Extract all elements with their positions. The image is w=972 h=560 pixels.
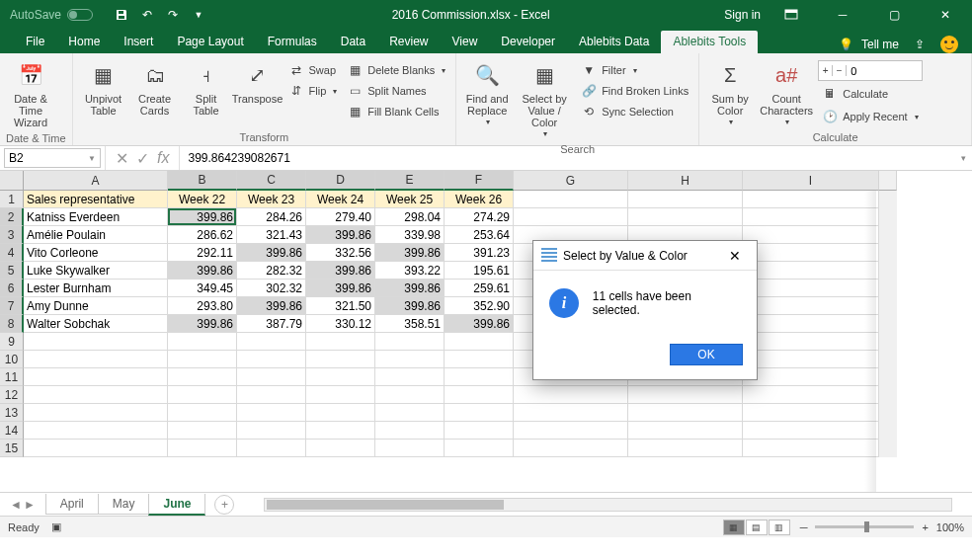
cell[interactable]: Week 26 [445,191,514,208]
cell[interactable] [24,368,168,386]
cell[interactable]: Sales representative [24,191,168,208]
cell[interactable] [743,404,879,422]
cell[interactable] [24,404,168,422]
cell[interactable]: 298.04 [375,208,445,226]
cell[interactable]: 399.86 [168,315,237,333]
cell[interactable] [628,386,743,404]
cell[interactable]: Amy Dunne [24,297,168,315]
row-header[interactable]: 8 [0,315,24,333]
cell[interactable]: 284.26 [237,208,306,226]
view-normal-icon[interactable]: ▦ [723,520,745,535]
value-stepper[interactable]: + − [818,60,922,81]
autosave-toggle[interactable]: AutoSave [0,8,103,22]
cell[interactable]: Amélie Poulain [24,226,168,244]
cell[interactable] [24,386,168,404]
cell[interactable]: 253.64 [445,226,514,244]
cell[interactable] [743,226,879,244]
cell[interactable]: Lester Burnham [24,280,168,297]
stepper-minus-icon[interactable]: − [833,65,847,76]
view-page-break-icon[interactable]: ▥ [769,520,790,535]
split-names-button[interactable]: ▭Split Names [343,81,449,101]
cell[interactable]: 387.79 [237,315,306,333]
stepper-input[interactable] [847,65,910,77]
tab-review[interactable]: Review [377,31,440,53]
stepper-plus-icon[interactable]: + [819,65,833,76]
tab-view[interactable]: View [441,31,490,53]
cell[interactable] [168,404,237,422]
cell[interactable] [24,351,168,368]
row-header[interactable]: 3 [0,226,24,244]
cell[interactable] [628,208,743,226]
sheet-tab-may[interactable]: May [98,494,150,515]
cell[interactable]: Luke Skywalker [24,262,168,280]
find-broken-links-button[interactable]: 🔗Find Broken Links [577,81,692,101]
cell[interactable]: Katniss Everdeen [24,208,168,226]
tab-data[interactable]: Data [329,31,377,53]
delete-blanks-button[interactable]: ▦Delete Blanks▾ [343,60,449,80]
cell[interactable]: 279.40 [306,208,375,226]
chevron-down-icon[interactable]: ▼ [88,154,96,163]
sheet-tab-april[interactable]: April [45,494,99,515]
cell[interactable]: 352.90 [445,297,514,315]
cell[interactable]: 259.61 [445,280,514,297]
cell[interactable] [743,315,879,333]
cell[interactable] [237,333,306,351]
tab-ablebits-data[interactable]: Ablebits Data [567,31,661,53]
row-header[interactable]: 10 [0,351,24,368]
filter-button[interactable]: ▼Filter▾ [577,60,692,80]
cell[interactable]: 399.86 [375,244,445,262]
view-page-layout-icon[interactable]: ▤ [746,520,768,535]
cell[interactable] [743,422,879,440]
ribbon-options-icon[interactable] [770,1,812,29]
row-header[interactable]: 11 [0,368,24,386]
cell[interactable] [743,386,879,404]
cell[interactable] [24,440,168,457]
cell[interactable] [306,368,375,386]
cell[interactable] [445,422,514,440]
cell[interactable] [743,262,879,280]
cell[interactable] [375,333,445,351]
cell[interactable]: 393.22 [375,262,445,280]
redo-icon[interactable]: ↷ [162,4,184,26]
macro-record-icon[interactable]: ▣ [51,520,61,533]
cell[interactable]: 399.86 [306,280,375,297]
fill-blank-button[interactable]: ▦Fill Blank Cells [343,102,449,121]
zoom-level[interactable]: 100% [936,521,964,533]
tab-page-layout[interactable]: Page Layout [165,31,255,53]
cell[interactable] [628,404,743,422]
cell[interactable] [743,368,879,386]
row-header[interactable]: 9 [0,333,24,351]
cell[interactable] [743,440,879,457]
column-header[interactable]: E [375,171,445,191]
tab-formulas[interactable]: Formulas [256,31,329,53]
horizontal-scrollbar[interactable] [264,498,952,512]
split-table-button[interactable]: ⫞Split Table [182,56,231,120]
cell[interactable]: 399.86 [375,280,445,297]
cell[interactable]: 330.12 [306,315,375,333]
cell[interactable] [306,351,375,368]
expand-formula-bar-icon[interactable]: ▾ [955,153,972,163]
tell-me[interactable]: Tell me [861,38,899,51]
cancel-formula-icon[interactable]: ✕ [116,149,128,168]
find-replace-button[interactable]: 🔍Find and Replace▾ [462,56,512,130]
cell[interactable] [168,333,237,351]
cell[interactable] [306,386,375,404]
cell[interactable]: 399.86 [375,297,445,315]
count-characters-button[interactable]: a#Count Characters▾ [757,56,816,130]
cell[interactable]: 399.86 [445,315,514,333]
sign-in-link[interactable]: Sign in [724,8,761,22]
cell[interactable]: 332.56 [306,244,375,262]
cell[interactable]: Vito Corleone [24,244,168,262]
cell[interactable] [237,440,306,457]
cell[interactable] [743,333,879,351]
cell[interactable]: Week 23 [237,191,306,208]
sheet-tab-june[interactable]: June [148,494,205,516]
cell[interactable]: 286.62 [168,226,237,244]
sync-selection-button[interactable]: ⟲Sync Selection [577,102,692,121]
qat-dropdown-icon[interactable]: ▼ [188,4,209,26]
cell[interactable] [514,191,628,208]
cell[interactable]: 399.86 [168,262,237,280]
create-cards-button[interactable]: 🗂Create Cards [130,56,180,120]
cell[interactable] [168,440,237,457]
unpivot-table-button[interactable]: ▦Unpivot Table [79,56,128,120]
